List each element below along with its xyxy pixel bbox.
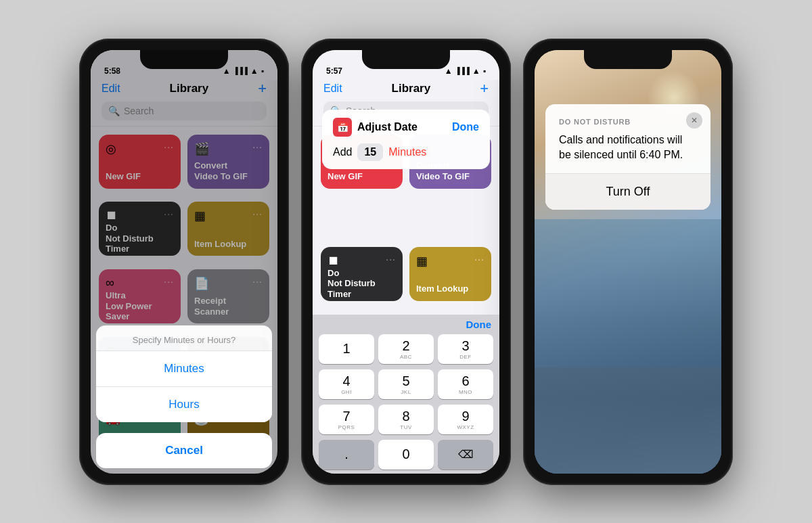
key-backspace[interactable]: ⌫ [438,440,493,470]
phone-2: 5:57 ▲ ▐▐▐ ▲ ▪ Edit Library [301,39,511,485]
dnd-label: DO NOT DISTURB [559,118,697,126]
key-7[interactable]: 7 PQRS [319,405,374,434]
adjust-date-done-btn[interactable]: Done [452,121,479,133]
key-1[interactable]: 1 [319,334,374,364]
key-8[interactable]: 8 TUV [378,405,434,434]
dnd-message: Calls and notifications will be silenced… [559,133,697,163]
action-hours-btn[interactable]: Hours [96,386,272,422]
key-dot[interactable]: . [319,440,374,470]
notch-3 [584,50,672,69]
adjust-unit[interactable]: Minutes [388,146,426,158]
dnd-close-btn[interactable]: ✕ [686,112,702,129]
adjust-value[interactable]: 15 [357,143,383,161]
adjust-date-icon: 📅 [333,118,352,137]
key-2[interactable]: 2 ABC [378,334,434,364]
action-sheet-title-1: Specify Minutes or Hours? [96,325,272,350]
adjust-date-title: Adjust Date [357,121,418,133]
lockscreen: ✕ DO NOT DISTURB Calls and notifications… [535,50,721,474]
key-3[interactable]: 3 DEF [438,334,493,364]
phone-1: 5:58 ▲ ▐▐▐ ▲ ▪ Edit Library [79,39,289,485]
adjust-date-overlay: 📅 Adjust Date Done Add 15 Minutes [313,50,499,474]
action-sheet-1: Specify Minutes or Hours? Minutes Hours [96,325,272,422]
action-sheet-overlay-1: Specify Minutes or Hours? Minutes Hours … [91,50,277,474]
keyboard-container: Done 1 2 ABC [313,315,499,474]
dnd-turn-off-btn[interactable]: Turn Off [545,174,710,210]
key-5[interactable]: 5 JKL [378,369,434,399]
phone-3: ✕ DO NOT DISTURB Calls and notifications… [523,39,733,485]
key-6[interactable]: 6 MNO [438,369,493,399]
adjust-date-popup: 📅 Adjust Date Done Add 15 Minutes [322,110,490,169]
action-minutes-btn[interactable]: Minutes [96,351,272,386]
key-4[interactable]: 4 GHI [319,369,374,399]
key-9[interactable]: 9 WXYZ [438,405,493,434]
add-label: Add [333,146,352,158]
phones-container: 5:58 ▲ ▐▐▐ ▲ ▪ Edit Library [66,25,746,499]
action-cancel-btn[interactable]: Cancel [96,433,272,468]
dnd-dialog: ✕ DO NOT DISTURB Calls and notifications… [545,104,710,210]
key-0[interactable]: 0 [378,440,434,470]
keyboard-done-btn[interactable]: Done [466,319,492,330]
